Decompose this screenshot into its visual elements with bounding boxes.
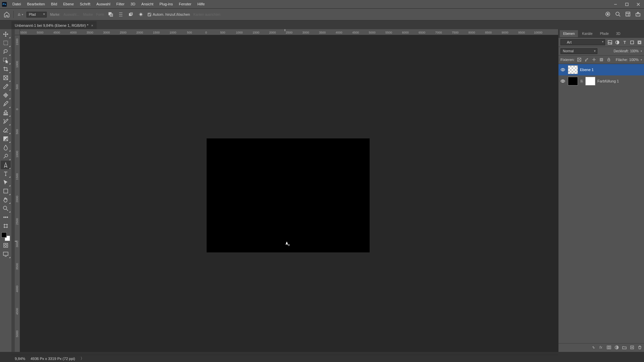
menu-auswahl[interactable]: Auswahl xyxy=(93,0,113,8)
layer-row[interactable]: ⎘ Farbfüllung 1 xyxy=(558,75,644,87)
delete-layer-icon[interactable] xyxy=(638,345,642,350)
lock-artboard-icon[interactable] xyxy=(599,57,604,62)
blur-tool[interactable] xyxy=(1,143,11,152)
new-layer-icon[interactable] xyxy=(630,345,634,350)
gradient-tool[interactable] xyxy=(1,134,11,143)
eyedropper-tool[interactable] xyxy=(1,82,11,91)
tab-pfade[interactable]: Pfade xyxy=(597,30,612,37)
filter-type-icon[interactable] xyxy=(622,40,627,45)
adjustment-layer-icon[interactable] xyxy=(614,345,619,350)
crop-tool[interactable] xyxy=(1,65,11,73)
type-tool[interactable] xyxy=(1,169,11,178)
window-maximize-button[interactable] xyxy=(621,0,633,8)
layer-name[interactable]: Ebene 1 xyxy=(580,68,594,72)
status-more-icon[interactable]: 〉 xyxy=(80,356,84,361)
document-tab[interactable]: Unbenannt-1 bei 9,84% (Ebene 1, RGB/8#) … xyxy=(11,21,97,29)
heal-tool[interactable] xyxy=(1,91,11,100)
tab-ebenen[interactable]: Ebenen xyxy=(560,30,578,37)
hand-tool[interactable] xyxy=(1,195,11,204)
menu-datei[interactable]: Datei xyxy=(9,0,24,8)
filter-pixel-icon[interactable] xyxy=(607,40,612,45)
dodge-tool[interactable] xyxy=(1,152,11,161)
window-minimize-button[interactable] xyxy=(610,0,621,8)
lock-transparency-icon[interactable] xyxy=(577,57,582,62)
menu-hilfe[interactable]: Hilfe xyxy=(194,0,208,8)
shape-tool[interactable] xyxy=(1,187,11,195)
auto-add-delete-checkbox[interactable]: Autom. hinzuf./löschen xyxy=(148,12,190,16)
canvas-surface[interactable] xyxy=(20,35,558,352)
layer-visibility-toggle[interactable] xyxy=(560,78,566,84)
path-settings-gear-icon[interactable] xyxy=(138,11,144,18)
auswahl-button[interactable]: Auswahl… xyxy=(64,13,80,16)
tab-3d[interactable]: 3D xyxy=(613,30,624,37)
quickmask-toggle[interactable] xyxy=(1,241,11,250)
document-info[interactable]: 4936 Px x 3319 Px (72 ppi) xyxy=(31,357,75,361)
foreground-color-swatch[interactable] xyxy=(1,232,7,238)
pen-tool[interactable] xyxy=(1,161,11,169)
zoom-level[interactable]: 9,84% xyxy=(15,357,25,361)
window-close-button[interactable] xyxy=(633,0,644,8)
brush-tool[interactable] xyxy=(1,100,11,108)
horizontal-ruler[interactable]: 5500500045004000350030002500200015001000… xyxy=(20,29,558,35)
color-swatches[interactable] xyxy=(1,232,10,241)
path-select-tool[interactable] xyxy=(1,178,11,187)
stamp-tool[interactable] xyxy=(1,108,11,117)
edit-toolbar-button[interactable] xyxy=(1,222,11,230)
tab-kanaele[interactable]: Kanäle xyxy=(579,30,596,37)
opacity-value[interactable]: 100% xyxy=(630,49,639,53)
vertical-ruler[interactable]: 1500100050005001000150020002500300035004… xyxy=(15,35,20,352)
maske-button[interactable]: Maske xyxy=(83,13,93,16)
fill-value[interactable]: 100% xyxy=(629,58,639,62)
lock-all-icon[interactable] xyxy=(606,57,611,62)
menu-schrift[interactable]: Schrift xyxy=(77,0,93,8)
menu-fenster[interactable]: Fenster xyxy=(176,0,194,8)
share-icon[interactable] xyxy=(635,11,641,17)
filter-shape-icon[interactable] xyxy=(629,40,635,45)
blend-mode-select[interactable]: Normal xyxy=(560,48,597,54)
link-layers-icon[interactable] xyxy=(591,345,596,350)
layer-group-icon[interactable] xyxy=(622,345,627,350)
menu-ebene[interactable]: Ebene xyxy=(60,0,77,8)
collapsed-panel-strip[interactable] xyxy=(11,29,15,352)
filter-smart-icon[interactable] xyxy=(637,40,642,45)
menu-ansicht[interactable]: Ansicht xyxy=(138,0,156,8)
lasso-tool[interactable] xyxy=(1,47,11,56)
menu-filter[interactable]: Filter xyxy=(113,0,127,8)
layer-fx-icon[interactable]: fx xyxy=(599,345,603,350)
cloud-docs-icon[interactable] xyxy=(605,11,610,17)
current-tool-icon[interactable]: ▾ xyxy=(17,11,23,17)
zoom-tool[interactable] xyxy=(1,204,11,213)
layer-thumbnail[interactable] xyxy=(568,77,578,85)
workspace-icon[interactable] xyxy=(625,11,631,17)
toolbar-more-icon[interactable] xyxy=(1,213,11,222)
path-arrange-icon[interactable] xyxy=(127,11,134,18)
layer-mask-icon[interactable] xyxy=(607,345,611,350)
menu-bild[interactable]: Bild xyxy=(48,0,60,8)
layer-name[interactable]: Farbfüllung 1 xyxy=(597,79,619,83)
layer-thumbnail[interactable] xyxy=(568,65,578,74)
object-select-tool[interactable] xyxy=(1,56,11,65)
document-canvas[interactable] xyxy=(207,138,370,252)
move-tool[interactable] xyxy=(1,30,11,39)
frame-tool[interactable] xyxy=(1,73,11,82)
screenmode-toggle[interactable] xyxy=(1,250,11,258)
home-button[interactable] xyxy=(3,11,10,18)
layer-mask-thumbnail[interactable] xyxy=(585,77,595,85)
marquee-tool[interactable] xyxy=(1,39,11,47)
form-button[interactable]: Form xyxy=(96,13,104,16)
menu-bearbeiten[interactable]: Bearbeiten xyxy=(24,0,48,8)
layer-row[interactable]: Ebene 1 xyxy=(558,64,644,75)
layer-filter-select[interactable]: Art▾ xyxy=(560,39,605,45)
tool-mode-select[interactable]: Pfad xyxy=(26,12,47,17)
path-align-icon[interactable] xyxy=(117,11,124,18)
lock-position-icon[interactable] xyxy=(591,57,597,62)
search-icon[interactable] xyxy=(615,11,621,17)
path-combine-icon[interactable] xyxy=(107,11,114,18)
document-tab-close-icon[interactable]: × xyxy=(91,23,93,27)
layer-visibility-toggle[interactable] xyxy=(560,67,566,73)
history-brush-tool[interactable] xyxy=(1,117,11,126)
menu-plugins[interactable]: Plug-ins xyxy=(156,0,176,8)
eraser-tool[interactable] xyxy=(1,126,11,134)
filter-adjust-icon[interactable] xyxy=(614,40,620,45)
lock-pixels-icon[interactable] xyxy=(584,57,589,62)
